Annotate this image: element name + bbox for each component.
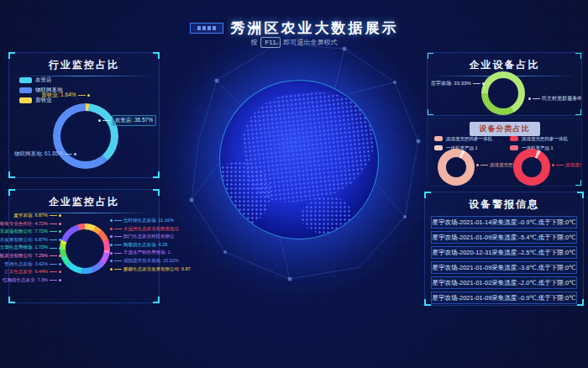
- enterprise-label: 成熟花卉苗木基地: 15.02%: [110, 257, 160, 265]
- enterprise-label: 汇丰生态农业: 6.44%: [11, 268, 61, 276]
- legend-swatch: [434, 145, 443, 150]
- device-class-right-donut[interactable]: [513, 149, 550, 186]
- connector-dot: [482, 82, 485, 85]
- device-class-right-callout: 温湿度光照四参一—: [552, 162, 582, 168]
- connector-dot: [87, 94, 90, 97]
- legend-label: 温湿度光照四参一体机: [522, 135, 568, 142]
- alarm-panel-title: 设备警报信息: [425, 192, 583, 212]
- f11-keycap: F11: [260, 37, 280, 48]
- alarm-row: 星宇农场-2021-01-02采集温度:-2.0℃,低于下限:0℃: [431, 276, 577, 289]
- hint-prefix: 按: [250, 38, 257, 47]
- connector-line: [480, 165, 488, 166]
- label-text: 家乐农场有限公司: 7.72%: [0, 228, 48, 236]
- connector-line: [65, 154, 72, 155]
- equipment-callout-right: 民主村党群服务中心: [528, 95, 582, 103]
- alarm-row: 星宇农场-2021-01-09采集温度:-5.4℃,低于下限:0℃: [431, 231, 577, 244]
- legend-item[interactable]: 温湿度光照四参一体机: [510, 135, 568, 142]
- connector-line: [78, 95, 86, 96]
- connector-dot: [98, 119, 101, 122]
- enterprise-donut-chart[interactable]: [60, 223, 110, 274]
- legend-item[interactable]: 温湿度光照四参一体机: [434, 135, 492, 142]
- connector-dot: [528, 97, 531, 100]
- legend-label: 农资店: [35, 76, 52, 83]
- callout-text: 畜牧业: 1.64%: [41, 92, 76, 99]
- industry-monitor-panel: 行业监控占比 农资店 物联网基地 畜牧业 畜牧业: 1.64%: [8, 52, 160, 178]
- label-text: 红梅园生态农业: 7.3%: [3, 276, 48, 285]
- callout-text: 农资店: 36.57%: [112, 115, 156, 126]
- connector-dot: [59, 230, 61, 233]
- enterprise-label: 红梅园生态农业: 7.3%: [11, 276, 61, 285]
- label-text: 丰源水产特色养殖场: 1.: [123, 249, 171, 257]
- legend-swatch: [510, 145, 518, 150]
- connector-dot: [59, 271, 61, 273]
- donut-hole: [522, 157, 542, 177]
- legend-swatch: [19, 87, 32, 93]
- enterprise-label: 星宇农场: 6.87%: [11, 212, 61, 220]
- label-text: 鹏都生态农业发展有限公司: 6.87: [123, 265, 191, 274]
- label-text: 北时锦生态农场: 11.16%: [123, 217, 174, 225]
- globe-visualization[interactable]: [219, 80, 379, 239]
- connector-line: [50, 215, 57, 216]
- industry-callout-top: 畜牧业: 1.64%: [41, 92, 90, 99]
- enterprise-panel-title: 企业监控占比: [9, 190, 159, 209]
- alarm-row: 星宇农场-2021-01-14采集温度:-0.9℃,低于下限:0℃: [431, 216, 577, 229]
- legend-label: 温湿度光照四参一体机: [446, 135, 492, 142]
- connector-dot: [59, 255, 61, 257]
- enterprise-label: 李强生态农场: 3.42%: [11, 260, 61, 269]
- fullscreen-hint: 按 F11 即可退出全屏模式: [0, 37, 588, 48]
- alarm-row: 星宇农场-2020-12-31采集温度:-2.5℃,低于下限:0℃: [431, 246, 577, 259]
- connector-dot: [552, 164, 554, 166]
- label-text: 中航农业有限公司: 7.29%: [0, 252, 48, 260]
- label-text: 成熟花卉苗木基地: 15.02%: [123, 257, 179, 265]
- industry-callout-right: 农资店: 36.57%: [98, 115, 156, 126]
- connector-line: [50, 248, 57, 249]
- connector-line: [533, 98, 540, 99]
- industry-legend: 农资店 物联网基地 畜牧业: [19, 76, 63, 103]
- callout-text: 物联网基地: 61.85%: [14, 150, 63, 158]
- label-text: 星宇农场: 6.87%: [13, 212, 48, 220]
- page-title: 秀洲区农业大数据展示: [231, 18, 399, 38]
- header: 秀洲区农业大数据展示: [0, 18, 588, 38]
- legend-item[interactable]: 农资店: [19, 76, 63, 83]
- dashboard: 秀洲区农业大数据展示 按 F11 即可退出全屏模式 行业监控占比 农资店 物联网…: [0, 0, 588, 368]
- connector-line: [556, 165, 564, 166]
- connector-dot: [110, 219, 113, 222]
- label-text: 大运河生态农业有限责任公: [123, 225, 179, 234]
- enterprise-label: 大运河生态农业有限责任公: [110, 225, 160, 234]
- enterprise-label: 五华生态养殖场: 1.72%: [11, 244, 61, 252]
- connector-dot: [59, 214, 61, 217]
- connector-line: [50, 255, 57, 256]
- connector-line: [50, 280, 57, 281]
- connector-line: [50, 239, 57, 240]
- alarm-info-panel: 设备警报信息 星宇农场-2021-01-14采集温度:-0.9℃,低于下限:0℃…: [424, 192, 584, 306]
- connector-dot: [110, 228, 113, 230]
- alarm-row: 星宇农场-2021-01-09采集温度:-0.9℃,低于下限:0℃: [431, 292, 577, 304]
- label-text: 李强生态农场: 3.42%: [4, 260, 48, 269]
- label-text: 红旗粮食专业合作社: 4.72%: [0, 220, 48, 229]
- connector-dot: [110, 252, 113, 255]
- donut-hole: [66, 229, 104, 268]
- equipment-donut-chart[interactable]: [481, 71, 525, 115]
- donut-hole: [446, 157, 466, 177]
- hint-suffix: 即可退出全屏模式: [284, 38, 338, 47]
- enterprise-label: 红旗粮食专业合作社: 4.72%: [11, 220, 61, 229]
- label-text: 汇丰生态农业: 6.44%: [4, 268, 48, 276]
- connector-line: [50, 231, 57, 232]
- device-class-left-donut[interactable]: [438, 149, 475, 186]
- industry-callout-left: 物联网基地: 61.85%: [14, 150, 76, 158]
- industry-donut-chart[interactable]: [53, 103, 118, 169]
- connector-line: [114, 220, 122, 221]
- connector-line: [114, 269, 122, 270]
- enterprise-label: 阳门生态农业科技有限公: [110, 233, 160, 241]
- connector-dot: [110, 244, 113, 246]
- enterprise-right-labels: 北时锦生态农场: 11.16% 大运河生态农业有限责任公 阳门生态农业科技有限公…: [110, 217, 160, 273]
- label-text: 五华生态养殖场: 1.72%: [0, 244, 48, 252]
- legend-swatch: [19, 97, 32, 103]
- callout-text: 温湿度光照四参一—: [565, 162, 582, 168]
- enterprise-label: 北时锦生态农场: 11.16%: [110, 217, 160, 225]
- connector-line: [114, 253, 122, 254]
- callout-text: 民主村党群服务中心: [542, 95, 582, 103]
- connector-line: [114, 236, 122, 237]
- connector-line: [114, 260, 122, 261]
- connector-dot: [59, 223, 61, 225]
